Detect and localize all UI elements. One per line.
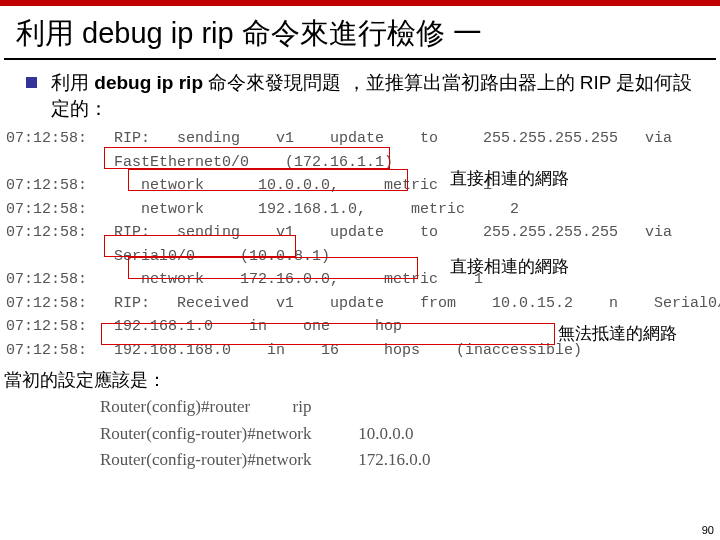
terminal-output: 07:12:58: RIP: sending v1 update to 255.… (0, 125, 720, 362)
terminal-line: Serial0/0 (10.0.8.1) (6, 245, 714, 269)
terminal-line: FastEthernet0/0 (172.16.1.1) (6, 151, 714, 175)
terminal-line: 07:12:58: RIP: sending v1 update to 255.… (6, 127, 714, 151)
config-line: Router(config-router)#network 172.16.0.0 (100, 447, 720, 473)
config-block: Router(config)#router rip Router(config-… (0, 394, 720, 473)
annotation-inaccessible: 無法抵達的網路 (558, 323, 677, 345)
bullet-bold: debug ip rip (94, 72, 203, 93)
config-line: Router(config-router)#network 10.0.0.0 (100, 421, 720, 447)
annotation-direct-2: 直接相連的網路 (450, 256, 569, 278)
terminal-line: 07:12:58: network 192.168.1.0, metric 2 (6, 198, 714, 222)
bullet-item: 利用 debug ip rip 命令來發現問題 ，並推算出當初路由器上的 RIP… (0, 60, 720, 125)
config-line: Router(config)#router rip (100, 394, 720, 420)
bullet-text: 利用 debug ip rip 命令來發現問題 ，並推算出當初路由器上的 RIP… (51, 70, 700, 121)
footer-text: 當初的設定應該是： (0, 362, 720, 394)
slide-title: 利用 debug ip rip 命令來進行檢修 一 (4, 6, 716, 60)
terminal-line: 07:12:58: RIP: sending v1 update to 255.… (6, 221, 714, 245)
bullet-prefix: 利用 (51, 72, 94, 93)
terminal-line: 07:12:58: network 10.0.0.0, metric 1 (6, 174, 714, 198)
terminal-line: 07:12:58: network 172.16.0.0, metric 1 (6, 268, 714, 292)
terminal-line: 07:12:58: RIP: Received v1 update from 1… (6, 292, 714, 316)
page-number: 90 (702, 524, 714, 536)
bullet-marker (26, 77, 37, 88)
annotation-direct-1: 直接相連的網路 (450, 168, 569, 190)
